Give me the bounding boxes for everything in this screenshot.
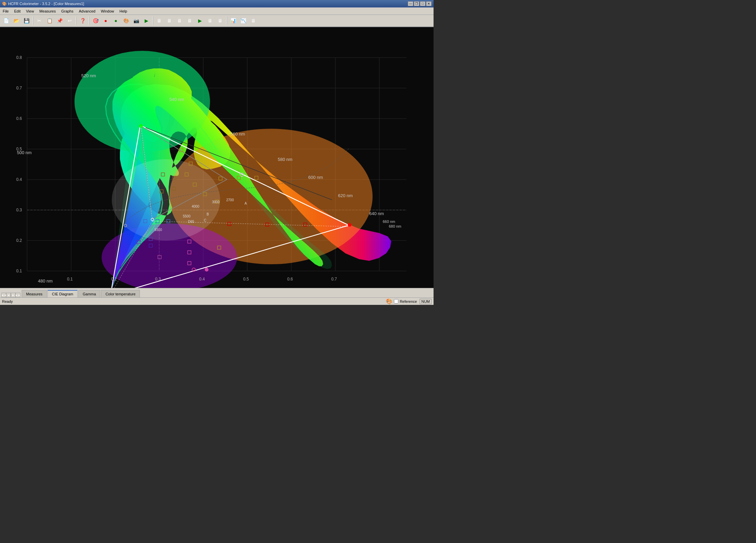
- reference-checkbox[interactable]: [394, 299, 398, 304]
- status-text: Ready: [2, 299, 13, 304]
- x-label-01: 0.1: [67, 277, 73, 281]
- monitor6-button[interactable]: 🖥: [215, 16, 225, 25]
- menu-view[interactable]: View: [23, 7, 37, 15]
- toolbar-separator-4: [152, 17, 153, 25]
- y-label-01: 0.1: [16, 269, 22, 273]
- app-icon: 🎨: [2, 2, 7, 6]
- monitor3-button[interactable]: 🖥: [175, 16, 184, 25]
- monitor4-button[interactable]: 🖥: [185, 16, 194, 25]
- toolbar-separator-1: [33, 17, 33, 25]
- play2-button[interactable]: ▶: [195, 16, 205, 25]
- tab-nav-first[interactable]: ◄◄: [1, 293, 6, 297]
- label-5500: 5500: [183, 214, 191, 218]
- tab-nav-prev[interactable]: ◄: [6, 293, 11, 297]
- outer-minimize-button[interactable]: —: [408, 1, 413, 6]
- wavelength-540: 540 nm: [169, 97, 184, 102]
- help-button[interactable]: ❓: [78, 16, 87, 25]
- cut-button[interactable]: ✂: [35, 16, 44, 25]
- monitor2-button[interactable]: 🖥: [165, 16, 174, 25]
- tab-gamma[interactable]: Gamma: [78, 290, 100, 297]
- label-4000: 4000: [192, 205, 200, 208]
- tabbar: ◄◄ ◄ ► ►► Measures CIE Diagram Gamma Col…: [0, 288, 434, 297]
- x-label-04: 0.4: [199, 277, 205, 281]
- label-a: A: [245, 202, 247, 205]
- x-label-05: 0.5: [243, 277, 249, 281]
- tab-measures[interactable]: Measures: [22, 290, 47, 297]
- label-b: B: [207, 212, 209, 216]
- y-label-03: 0.3: [16, 208, 22, 212]
- measure-all-button[interactable]: 🎯: [91, 16, 100, 25]
- wavelength-600: 600 nm: [308, 175, 323, 180]
- hcfr-logo-icon: 🎨: [386, 298, 393, 305]
- menu-advanced[interactable]: Advanced: [76, 7, 98, 15]
- x-label-02: 0.2: [111, 277, 117, 281]
- bars-button[interactable]: 📊: [228, 16, 238, 25]
- tab-cie-diagram[interactable]: CIE Diagram: [47, 290, 78, 297]
- menu-edit[interactable]: Edit: [12, 7, 23, 15]
- menu-measures[interactable]: Measures: [37, 7, 58, 15]
- titlebar-title: HCFR Colorimeter - 3.5.2 - [Color Measur…: [8, 2, 84, 6]
- wavelength-680: 680 nm: [389, 224, 401, 228]
- wavelength-480: 480 nm: [38, 278, 52, 284]
- toolbar-separator-2: [76, 17, 77, 25]
- main-area: 520 nm 540 nm 560 nm 500 nm 580 nm 600 n…: [0, 27, 434, 288]
- monitor5-button[interactable]: 🖥: [205, 16, 215, 25]
- tab-nav: ◄◄ ◄ ► ►►: [1, 293, 20, 297]
- outer-close-button[interactable]: ✕: [426, 1, 432, 6]
- menu-file[interactable]: File: [0, 7, 12, 15]
- tab-color-temperature[interactable]: Color temperature: [101, 290, 140, 297]
- measure-point-filled: [205, 268, 208, 271]
- new-button[interactable]: 📄: [1, 16, 11, 25]
- multi-button[interactable]: 🎨: [121, 16, 131, 25]
- label-3000: 3000: [212, 200, 220, 204]
- play-button[interactable]: ▶: [142, 16, 151, 25]
- toolbar-separator-5: [226, 17, 227, 25]
- monitor1-button[interactable]: 🖥: [154, 16, 164, 25]
- green-button[interactable]: ●: [111, 16, 121, 25]
- reference-area: 🎨 Reference: [386, 298, 417, 305]
- label-c: C: [204, 218, 206, 222]
- menu-help[interactable]: Help: [117, 7, 130, 15]
- open-button[interactable]: 📂: [12, 16, 21, 25]
- label-d65: D65: [188, 220, 194, 224]
- keyboard-indicator: NUM: [420, 299, 432, 304]
- outer-restore-button[interactable]: □: [420, 1, 425, 6]
- x-label-07: 0.7: [331, 277, 337, 281]
- toolbar-separator-3: [89, 17, 89, 25]
- paste-button[interactable]: 📌: [55, 16, 64, 25]
- titlebar-controls: — ❐ □ ✕: [408, 1, 432, 6]
- statusbar: Ready 🎨 Reference NUM: [0, 297, 434, 305]
- undo-button[interactable]: ↩: [65, 16, 75, 25]
- copy-button[interactable]: 📋: [45, 16, 54, 25]
- titlebar: 🎨 HCFR Colorimeter - 3.5.2 - [Color Meas…: [0, 0, 434, 7]
- x-label-03: 0.3: [155, 277, 161, 281]
- toolbar: 📄 📂 💾 ✂ 📋 📌 ↩ ❓ 🎯 ● ● 🎨 📷 ▶ 🖥 🖥 🖥 🖥 ▶ 🖥 …: [0, 15, 434, 27]
- menu-window[interactable]: Window: [98, 7, 117, 15]
- wavelength-560: 560 nm: [230, 131, 245, 137]
- y-label-06: 0.6: [16, 116, 22, 121]
- statusbar-right: 🎨 Reference NUM: [386, 298, 432, 305]
- tab-nav-next[interactable]: ►: [11, 293, 16, 297]
- menu-graphs[interactable]: Graphs: [59, 7, 76, 15]
- wavelength-520: 520 nm: [81, 73, 96, 78]
- wavelength-580: 580 nm: [278, 157, 292, 162]
- wavelength-660: 660 nm: [383, 220, 395, 224]
- svg-point-24: [112, 159, 220, 241]
- save-button[interactable]: 💾: [22, 16, 31, 25]
- inner-restore-button[interactable]: ❐: [414, 1, 419, 6]
- tab-nav-last[interactable]: ►►: [16, 293, 20, 297]
- bars2-button[interactable]: 📉: [238, 16, 248, 25]
- red-button[interactable]: ●: [101, 16, 110, 25]
- y-label-08: 0.8: [16, 55, 22, 60]
- chart-area: 520 nm 540 nm 560 nm 500 nm 580 nm 600 n…: [0, 27, 434, 288]
- y-label-05: 0.5: [16, 147, 22, 151]
- y-label-02: 0.2: [16, 238, 22, 243]
- monitor8-button[interactable]: 🖥: [249, 16, 258, 25]
- cie-diagram-svg: 520 nm 540 nm 560 nm 500 nm 580 nm 600 n…: [0, 27, 434, 288]
- label-2700: 2700: [226, 198, 234, 202]
- camera-button[interactable]: 📷: [131, 16, 141, 25]
- reference-label: Reference: [400, 299, 417, 304]
- y-label-07: 0.7: [16, 86, 22, 90]
- wavelength-620: 620 nm: [338, 193, 353, 198]
- wavelength-640: 640 nm: [369, 211, 384, 216]
